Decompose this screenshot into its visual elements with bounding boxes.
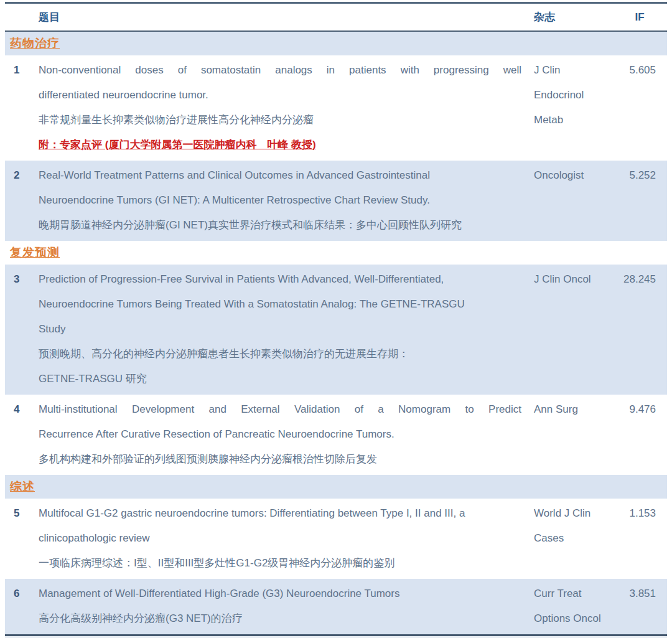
title-zh-line: 多机构构建和外部验证的列线图预测胰腺神经内分泌瘤根治性切除后复发 (39, 447, 521, 472)
paper-impact-factor: 28.245 (612, 267, 667, 292)
table-body: 药物治疗1Non-conventional doses of somatosta… (5, 32, 667, 634)
title-zh-line: 一项临床病理综述：I型、II型和III型多灶性G1-G2级胃神经内分泌肿瘤的鉴别 (39, 551, 521, 576)
section-row-3: 综述 (5, 475, 667, 499)
title-en-line: Prediction of Progression-Free Survival … (39, 267, 521, 292)
paper-title-cell: Real-World Treatment Patterns and Clinic… (39, 163, 534, 238)
header-title: 题目 (39, 10, 534, 24)
paper-number: 6 (5, 581, 39, 606)
paper-row-2: 2Real-World Treatment Patterns and Clini… (5, 161, 667, 241)
paper-impact-factor: 9.476 (612, 397, 667, 422)
title-en-line: Real-World Treatment Patterns and Clinic… (39, 163, 521, 188)
title-en-line: Non-conventional doses of somatostatin a… (39, 58, 521, 83)
paper-journal: World J Clin Cases (534, 501, 612, 551)
paper-row-3: 3Prediction of Progression-Free Survival… (5, 265, 667, 395)
table-header-row: 题目 杂志 IF (5, 4, 667, 32)
paper-title-cell: Multi-institutional Development and Exte… (39, 397, 534, 472)
paper-impact-factor: 1.153 (612, 501, 667, 526)
expert-comment-note: 附：专家点评 (厦门大学附属第一医院肿瘤内科 叶峰 教授) (39, 133, 521, 157)
paper-journal: J Clin Endocrinol Metab (534, 58, 612, 133)
title-zh-line: GETNE-TRASGU 研究 (39, 367, 521, 392)
title-en-line: Multi-institutional Development and Exte… (39, 397, 521, 422)
title-en-line: clinicopathologic review (39, 526, 521, 551)
section-row-1: 药物治疗 (5, 32, 667, 55)
paper-journal: Oncologist (534, 163, 612, 188)
title-en-line: Recurrence After Curative Resection of P… (39, 422, 521, 447)
title-zh-line: 非常规剂量生长抑素类似物治疗进展性高分化神经内分泌瘤 (39, 108, 521, 133)
title-en-line: differentiated neuroendocrine tumor. (39, 83, 521, 108)
title-zh-line: 晚期胃肠道神经内分泌肿瘤(GI NET)真实世界治疗模式和临床结果：多中心回顾性… (39, 213, 521, 238)
header-journal: 杂志 (534, 10, 612, 24)
paper-number: 5 (5, 501, 39, 526)
section-row-2: 复发预测 (5, 241, 667, 265)
paper-impact-factor: 5.252 (612, 163, 667, 188)
title-en-line: Neuroendocrine Tumors (GI NET): A Multic… (39, 188, 521, 213)
section-label: 综述 (10, 479, 35, 495)
section-label: 复发预测 (10, 245, 60, 261)
title-zh-line: 预测晚期、高分化的神经内分泌肿瘤患者生长抑素类似物治疗的无进展生存期： (39, 342, 521, 367)
paper-title-cell: Prediction of Progression-Free Survival … (39, 267, 534, 392)
paper-row-1: 1Non-conventional doses of somatostatin … (5, 55, 667, 161)
title-en-line: Study (39, 317, 521, 342)
title-en-line: Neuroendocrine Tumors Being Treated With… (39, 292, 521, 317)
paper-row-4: 4Multi-institutional Development and Ext… (5, 395, 667, 475)
paper-title-cell: Non-conventional doses of somatostatin a… (39, 58, 534, 157)
paper-row-6: 6Management of Well-Differentiated High-… (5, 579, 667, 634)
title-en-line: Management of Well-Differentiated High-G… (39, 581, 521, 606)
title-en-line: Multifocal G1-G2 gastric neuroendocrine … (39, 501, 521, 526)
paper-journal: Curr Treat Options Oncol (534, 581, 612, 631)
papers-table: 题目 杂志 IF 药物治疗1Non-conventional doses of … (5, 2, 667, 636)
paper-number: 3 (5, 267, 39, 292)
paper-journal: J Clin Oncol (534, 267, 612, 292)
paper-number: 1 (5, 58, 39, 83)
paper-title-cell: Management of Well-Differentiated High-G… (39, 581, 534, 631)
paper-title-cell: Multifocal G1-G2 gastric neuroendocrine … (39, 501, 534, 576)
title-zh-line: 高分化高级别神经内分泌瘤(G3 NET)的治疗 (39, 606, 521, 631)
paper-number: 4 (5, 397, 39, 422)
paper-impact-factor: 3.851 (612, 581, 667, 606)
paper-impact-factor: 5.605 (612, 58, 667, 83)
paper-journal: Ann Surg (534, 397, 612, 422)
section-label: 药物治疗 (10, 35, 60, 52)
header-impact-factor: IF (612, 11, 667, 24)
paper-number: 2 (5, 163, 39, 188)
paper-row-5: 5Multifocal G1-G2 gastric neuroendocrine… (5, 499, 667, 579)
